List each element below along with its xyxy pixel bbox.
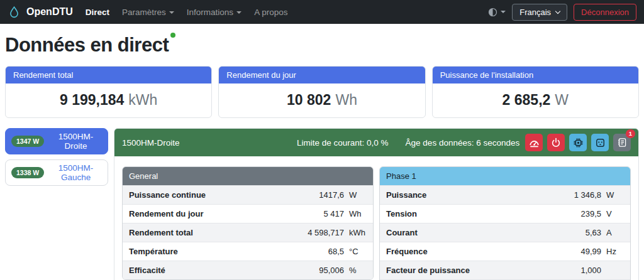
row-value: 1,000: [580, 266, 601, 275]
table-row: Puissance 1 346,8 W: [380, 185, 630, 204]
main-content: Données en direct Rendement total 9 199,…: [0, 24, 644, 280]
speedometer-icon: [529, 137, 540, 148]
row-label: Efficacité: [129, 266, 319, 275]
nav-links: Direct Paramètres Informations A propos: [86, 8, 288, 17]
inverter-panel-title: 1500HM-Droite: [122, 138, 297, 148]
stat-unit: kWh: [128, 92, 157, 108]
nav-item-informations[interactable]: Informations: [187, 8, 242, 17]
limit-settings-button[interactable]: [525, 134, 543, 151]
row-value: 5 417: [323, 209, 344, 218]
theme-toggle-button[interactable]: [488, 8, 506, 17]
general-table: General Puissance continue 1417,6 W Rend…: [122, 166, 374, 280]
power-control-button[interactable]: [547, 134, 565, 151]
grid-profile-button[interactable]: [591, 134, 609, 151]
row-unit: kWh: [344, 228, 367, 237]
row-unit: V: [601, 209, 624, 218]
row-label: Rendement total: [129, 228, 308, 237]
power-outlet-icon: [595, 137, 606, 148]
nav-item-direct[interactable]: Direct: [86, 8, 109, 17]
stat-card-header: Rendement du jour: [219, 67, 425, 83]
cpu-chip-icon: [573, 137, 584, 148]
row-label: Puissance continue: [129, 190, 319, 200]
row-value: 4 598,717: [308, 228, 344, 237]
page-title: Données en direct: [5, 33, 639, 57]
inverter-selector-list: 1347 W 1500HM-Droite 1338 W 1500HM-Gauch…: [5, 128, 108, 186]
table-row: Courant 5,63 A: [380, 223, 630, 242]
event-count-badge: 1: [626, 129, 635, 138]
table-row: Rendement total 4 598,717 kWh: [123, 223, 373, 242]
row-unit: °C: [344, 247, 367, 256]
current-limit-label: Limite de courant: 0,0 %: [297, 138, 389, 148]
stat-unit: W: [555, 92, 569, 108]
row-unit: Hz: [601, 247, 624, 256]
row-label: Rendement du jour: [129, 209, 323, 218]
table-row: Efficacité 95,006 %: [123, 261, 373, 279]
journal-text-icon: [617, 137, 627, 148]
phase1-table-header: Phase 1: [380, 167, 630, 185]
row-label: Facteur de puissance: [386, 266, 580, 275]
table-row: Tension 239,5 V: [380, 204, 630, 223]
stat-card-body: 10 802Wh: [219, 83, 425, 117]
row-label: Fréquence: [386, 247, 580, 256]
row-value: 1417,6: [319, 190, 344, 200]
brand-link[interactable]: OpenDTU: [8, 6, 73, 19]
table-row: Puissance continue 1417,6 W: [123, 185, 373, 204]
nav-item-parametres-label: Paramètres: [122, 8, 166, 17]
table-row: Température 68,5 °C: [123, 242, 373, 261]
content-row: 1347 W 1500HM-Droite 1338 W 1500HM-Gauch…: [5, 128, 639, 280]
chevron-down-icon: [555, 8, 560, 13]
device-settings-button[interactable]: [569, 134, 587, 151]
brand-name: OpenDTU: [26, 6, 73, 18]
stat-unit: Wh: [335, 92, 357, 108]
language-dropdown-button[interactable]: Français: [512, 4, 567, 21]
chevron-down-icon: [236, 11, 242, 14]
nav-item-apropos[interactable]: A propos: [254, 8, 287, 17]
stat-card-daily-yield: Rendement du jour 10 802Wh: [218, 66, 425, 118]
inverter-power-badge: 1347 W: [11, 136, 44, 147]
inverter-button-gauche[interactable]: 1338 W 1500HM-Gauche: [5, 159, 108, 186]
row-label: Puissance: [386, 190, 574, 200]
nav-item-informations-label: Informations: [187, 8, 233, 17]
general-table-header: General: [123, 167, 373, 185]
table-row: Fréquence 49,99 Hz: [380, 242, 630, 261]
navbar-right: Français Déconnexion: [488, 4, 636, 21]
row-unit: W: [344, 190, 367, 200]
stat-card-body: 9 199,184kWh: [6, 83, 211, 117]
stat-value: 10 802: [287, 92, 331, 108]
row-value: 1 346,8: [574, 190, 601, 200]
phase1-table: Phase 1 Puissance 1 346,8 W Tension 239,…: [379, 166, 631, 280]
row-value: 49,99: [580, 247, 601, 256]
logout-button[interactable]: Déconnexion: [574, 4, 636, 21]
stat-card-installation-power: Puissance de l'installation 2 685,2W: [432, 66, 639, 118]
table-row: Rendement du jour 5 417 Wh: [123, 204, 373, 223]
stat-value: 9 199,184: [60, 92, 124, 108]
row-unit: W: [601, 190, 624, 200]
inverter-button-droite[interactable]: 1347 W 1500HM-Droite: [5, 128, 108, 154]
row-label: Tension: [386, 209, 580, 218]
totals-row: Rendement total 9 199,184kWh Rendement d…: [5, 66, 639, 118]
language-label: Français: [519, 8, 551, 17]
panel-action-buttons: 1: [521, 134, 631, 151]
inverter-power-badge: 1338 W: [11, 167, 44, 178]
data-age-label: Âge des données: 6 secondes: [406, 138, 520, 148]
nav-item-parametres[interactable]: Paramètres: [122, 8, 174, 17]
inverter-panel-body: General Puissance continue 1417,6 W Rend…: [114, 156, 638, 280]
inverter-name: 1500HM-Gauche: [50, 163, 102, 182]
top-navbar: OpenDTU Direct Paramètres Informations A…: [0, 0, 644, 24]
chevron-down-icon: [501, 11, 506, 13]
chevron-down-icon: [169, 11, 174, 14]
event-log-button[interactable]: 1: [613, 134, 631, 151]
row-value: 5,63: [586, 228, 601, 237]
circle-half-theme-icon: [488, 8, 497, 17]
row-unit: A: [601, 228, 624, 237]
inverter-panel-header: 1500HM-Droite Limite de courant: 0,0 % Â…: [114, 129, 638, 156]
row-unit: %: [344, 266, 367, 275]
stat-card-total-yield: Rendement total 9 199,184kWh: [5, 66, 212, 118]
stat-card-header: Puissance de l'installation: [433, 67, 638, 83]
row-value: 68,5: [328, 247, 344, 256]
websocket-live-dot: [170, 33, 175, 38]
power-icon: [551, 137, 561, 148]
row-label: Température: [129, 247, 328, 256]
opendtu-drop-logo-icon: [8, 6, 21, 19]
stat-card-header: Rendement total: [6, 67, 211, 83]
